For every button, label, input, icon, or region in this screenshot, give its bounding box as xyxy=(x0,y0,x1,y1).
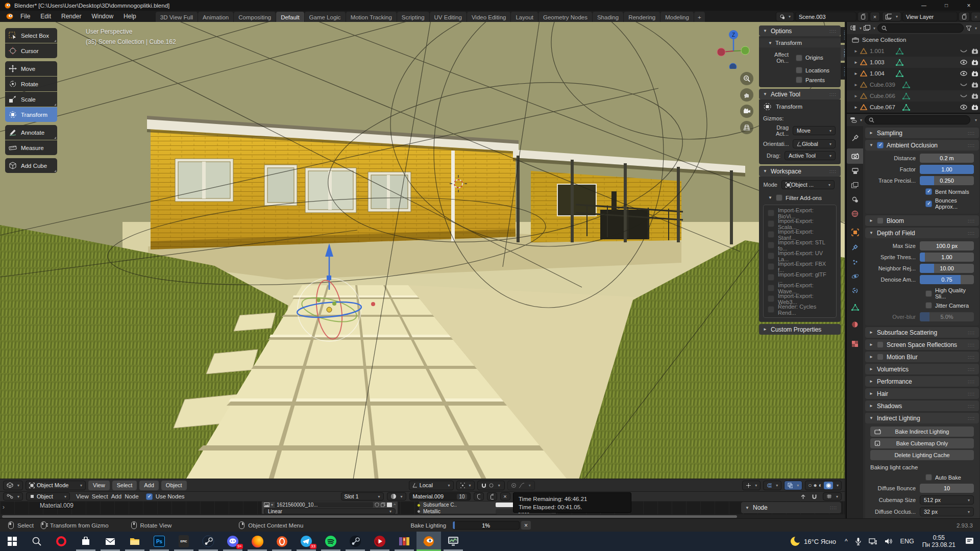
outliner-row-object[interactable]: ► 1.003 xyxy=(847,57,980,68)
fake-user-shield-icon[interactable] xyxy=(474,492,484,500)
editor-type-3d-viewport[interactable]: ▾ xyxy=(3,481,23,490)
hide-viewport-icon-closed[interactable] xyxy=(960,82,967,87)
expand-icon[interactable]: ► xyxy=(854,49,858,54)
panel-indirect-lighting[interactable]: ▼Indirect Lighting:::: xyxy=(865,413,979,423)
workspace-mode-dropdown[interactable]: Object ...▾ xyxy=(781,180,835,189)
clock[interactable]: 0:55 Пн 23.08.21 xyxy=(922,534,955,548)
notification-center-icon[interactable] xyxy=(965,537,975,546)
outliner-row-object[interactable]: ► Cube.067 xyxy=(847,102,980,113)
tab-world-properties-icon[interactable] xyxy=(847,207,863,221)
xray-toggle-dropdown[interactable]: ▾ xyxy=(784,481,802,490)
addon-checkbox[interactable] xyxy=(768,231,774,238)
taskbar-mail-icon[interactable] xyxy=(98,532,122,551)
tab-physics-properties-icon[interactable] xyxy=(847,269,863,283)
network-icon[interactable] xyxy=(869,538,877,545)
dof-max-size-field[interactable]: 100.0 px xyxy=(920,241,974,251)
tab-tool-properties-icon[interactable] xyxy=(847,130,863,145)
taskbar-origin-icon[interactable] xyxy=(270,532,294,551)
taskbar-explorer-icon[interactable] xyxy=(122,532,147,551)
taskbar-system-monitor-icon[interactable] xyxy=(441,532,465,551)
expand-icon[interactable]: ► xyxy=(854,105,858,110)
properties-search-input[interactable] xyxy=(865,115,970,124)
addon-checkbox[interactable] xyxy=(768,253,774,259)
taskbar-photoshop-icon[interactable]: Ps xyxy=(147,532,172,551)
tool-add-cube[interactable]: Add Cube xyxy=(5,158,57,173)
panel-options-header[interactable]: ▼Options:::: xyxy=(759,26,841,36)
outliner-row-object[interactable]: ► 1.001 xyxy=(847,45,980,57)
auto-bake-checkbox[interactable] xyxy=(925,474,932,481)
properties-filter-dropdown[interactable]: ▾ xyxy=(975,118,977,122)
image-texture-node[interactable]: ▾ 1621560000_10... ^ Linear▾ xyxy=(261,501,398,514)
outliner-editor-type-dropdown[interactable]: ▾ xyxy=(850,25,862,31)
workspace-tab-rendering[interactable]: Rendering xyxy=(624,12,660,22)
high-quality-slight-defocus-checkbox[interactable] xyxy=(925,290,932,297)
bloom-checkbox[interactable] xyxy=(877,217,884,224)
addon-row[interactable]: Import-Export: BioVi... xyxy=(764,208,836,218)
disable-render-icon[interactable] xyxy=(971,48,978,54)
show-gizmo-dropdown[interactable]: ▾ xyxy=(742,481,761,490)
tab-tool[interactable]: Tool xyxy=(841,45,845,60)
disable-render-icon[interactable] xyxy=(971,71,978,77)
panel-node-header[interactable]: ▼Node:::: xyxy=(741,502,841,513)
hide-viewport-icon-open[interactable] xyxy=(960,71,967,76)
dof-neighbor-rejection-slider[interactable]: 10.00 xyxy=(920,264,974,273)
copy-icon[interactable] xyxy=(381,503,385,507)
ao-factor-slider[interactable]: 1.00 xyxy=(920,165,974,174)
unlink-material-icon[interactable]: × xyxy=(500,492,510,500)
locations-checkbox[interactable] xyxy=(796,67,802,73)
image-name[interactable]: 1621560000_10... xyxy=(275,502,373,508)
horizontal-scrollbar[interactable] xyxy=(0,514,845,518)
addon-row[interactable]: Render: Cycles Rend... xyxy=(764,304,836,315)
minimize-button[interactable]: — xyxy=(913,0,935,11)
breadcrumb-collapse-icon[interactable]: › xyxy=(3,504,5,511)
subpanel-transform-header[interactable]: ▼Transform xyxy=(759,38,841,47)
tab-item[interactable]: Item xyxy=(841,27,845,43)
taskbar-epic-games-icon[interactable]: EPIC xyxy=(172,532,196,551)
shader-menu-view[interactable]: View xyxy=(76,493,89,499)
taskbar-spotify-icon[interactable] xyxy=(318,532,343,551)
tab-material-properties-icon[interactable] xyxy=(847,317,863,332)
new-image-icon[interactable] xyxy=(387,503,392,507)
motion-blur-checkbox[interactable] xyxy=(877,354,884,360)
weather-text[interactable]: 16°C Ясно xyxy=(804,538,836,545)
outliner-search-input[interactable] xyxy=(877,23,964,33)
shading-rendered-icon[interactable]: ◉ xyxy=(824,482,833,489)
panel-motion-blur[interactable]: ►Motion Blur:::: xyxy=(865,352,979,362)
tab-scene-properties-icon[interactable] xyxy=(847,192,863,207)
close-button[interactable]: × xyxy=(958,0,980,11)
addon-checkbox[interactable] xyxy=(768,295,774,302)
tool-rotate[interactable]: Rotate xyxy=(5,77,57,91)
snapping-controls[interactable]: ▾ xyxy=(477,481,505,490)
node-overlay-dropdown[interactable]: ▾ xyxy=(823,492,842,500)
hide-viewport-icon-open[interactable] xyxy=(960,105,967,110)
shader-editor[interactable]: ▾ Object▾ View Select Add Node Use Nodes… xyxy=(0,491,845,518)
taskbar-winrar-icon[interactable] xyxy=(392,532,416,551)
panel-subsurface-scattering[interactable]: ►Subsurface Scattering:::: xyxy=(865,327,979,338)
taskbar-telegram-icon[interactable]: 33 xyxy=(294,532,318,551)
tab-particle-properties-icon[interactable] xyxy=(847,255,863,269)
addon-checkbox[interactable] xyxy=(768,242,774,248)
tab-texture-properties-icon[interactable] xyxy=(847,336,863,352)
workspace-tab-uv-editing[interactable]: UV Editing xyxy=(430,12,467,22)
taskbar-opera-icon[interactable] xyxy=(49,532,74,551)
expand-icon[interactable]: ► xyxy=(854,83,858,87)
tool-scale[interactable]: Scale xyxy=(5,92,57,107)
dof-sprite-threshold-slider[interactable]: 1.00 xyxy=(920,253,974,262)
addon-checkbox[interactable] xyxy=(768,210,774,216)
bent-normals-checkbox[interactable] xyxy=(925,188,932,195)
copy-view-layer-icon[interactable] xyxy=(959,12,970,21)
addon-row[interactable]: Import-Export: Stanf... xyxy=(764,229,836,240)
filter-addons-checkbox[interactable] xyxy=(776,194,782,201)
parents-checkbox[interactable] xyxy=(796,77,802,83)
addon-checkbox[interactable] xyxy=(768,220,774,227)
properties-editor-type-dropdown[interactable]: ▾ xyxy=(850,117,862,123)
addon-row[interactable]: Import-Export: STL fo... xyxy=(764,240,836,251)
start-button[interactable] xyxy=(0,532,24,551)
addon-row[interactable]: Import-Export: UV La... xyxy=(764,251,836,261)
shield-icon[interactable] xyxy=(375,503,379,507)
tool-transform[interactable]: Transform xyxy=(5,107,57,122)
outliner-row-scene-collection[interactable]: Scene Collection xyxy=(847,34,980,45)
scrollbar-thumb[interactable] xyxy=(2,515,737,518)
panel-ambient-occlusion[interactable]: ▼Ambient Occlusion:::: xyxy=(865,140,979,151)
panel-depth-of-field[interactable]: ▼Depth of Field:::: xyxy=(865,228,979,238)
